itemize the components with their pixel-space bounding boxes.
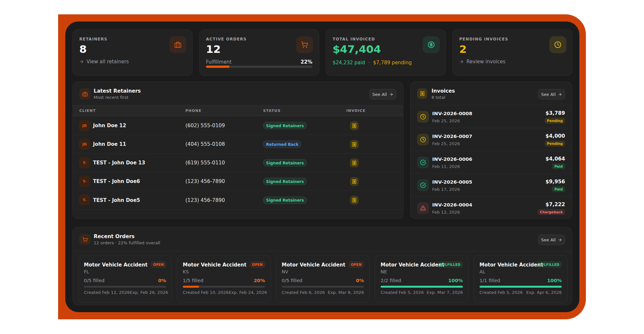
order-3: Motor Vehicle AccidentOPEN NV 0/5 filled… — [276, 255, 370, 303]
stat-orders: ACTIVE ORDERS 12 Fulfillment22% — [199, 29, 319, 76]
stat-pending: PENDING INVOICES 2 Review invoices — [452, 29, 573, 76]
order-2: Motor Vehicle AccidentOPEN KS 1/5 filled… — [177, 255, 271, 303]
latest-retainers: Latest Retainers Most recent first See A… — [72, 82, 403, 219]
main-panel: RETAINERS 8 View all retainers ACTIVE OR… — [65, 22, 579, 312]
invoices: Invoices 8 total See All INV-2026-0008Fe… — [410, 82, 572, 219]
dashboard: RETAINERS 8 View all retainers ACTIVE OR… — [0, 0, 644, 334]
stat-retainers: RETAINERS 8 View all retainers — [72, 29, 193, 76]
order-5: Motor Vehicle AccidentFULFILLED AL 1/1 f… — [474, 255, 568, 303]
order-1: Motor Vehicle AccidentOPEN FL 0/5 filled… — [78, 255, 172, 303]
stat-invoiced: TOTAL INVOICED $47,404 $24,232 paid·$7,7… — [326, 29, 446, 76]
recent-orders: Recent Orders 12 orders · 22% fulfilled … — [72, 227, 572, 305]
order-4: Motor Vehicle AccidentFULFILLED NE 2/2 f… — [375, 255, 469, 303]
